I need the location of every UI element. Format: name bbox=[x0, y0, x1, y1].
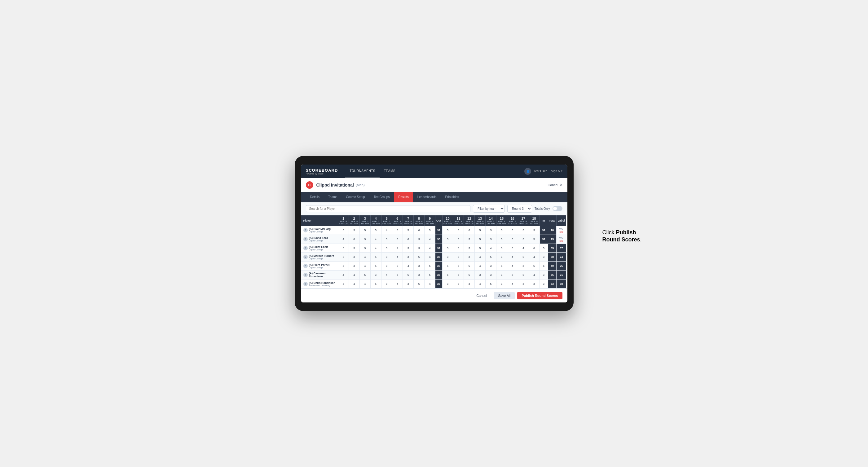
score-input-hole-19[interactable] bbox=[541, 247, 547, 250]
score-hole-17[interactable] bbox=[518, 235, 529, 244]
score-input-hole-12[interactable] bbox=[466, 229, 472, 232]
score-hole-19[interactable] bbox=[539, 253, 548, 261]
score-hole-8[interactable] bbox=[414, 261, 425, 271]
score-hole-2[interactable] bbox=[349, 235, 360, 244]
score-input-hole-5[interactable] bbox=[384, 255, 390, 258]
score-input-hole-3[interactable] bbox=[362, 255, 368, 258]
score-hole-13[interactable] bbox=[475, 244, 486, 253]
score-input-hole-5[interactable] bbox=[384, 282, 390, 285]
score-hole-4[interactable] bbox=[370, 253, 381, 261]
score-hole-16[interactable] bbox=[507, 235, 518, 244]
score-input-hole-16[interactable] bbox=[509, 255, 516, 258]
nav-link-teams[interactable]: TEAMS bbox=[380, 164, 400, 178]
score-input-hole-15[interactable] bbox=[499, 273, 505, 276]
score-hole-9[interactable] bbox=[425, 280, 435, 288]
score-hole-12[interactable] bbox=[464, 261, 475, 271]
score-hole-13[interactable] bbox=[475, 226, 486, 235]
score-hole-5[interactable] bbox=[381, 244, 392, 253]
score-input-hole-17[interactable] bbox=[520, 273, 527, 276]
score-hole-11[interactable] bbox=[453, 280, 464, 288]
score-input-hole-10[interactable] bbox=[444, 273, 451, 276]
score-input-hole-2[interactable] bbox=[351, 273, 357, 276]
score-hole-3[interactable] bbox=[360, 280, 370, 288]
score-hole-16[interactable] bbox=[507, 261, 518, 271]
score-input-hole-16[interactable] bbox=[509, 247, 516, 250]
score-input-hole-11[interactable] bbox=[455, 238, 461, 241]
score-input-hole-14[interactable] bbox=[488, 255, 494, 258]
wd-label[interactable]: WD bbox=[559, 237, 563, 239]
score-input-hole-8[interactable] bbox=[416, 255, 422, 258]
cancel-button[interactable]: Cancel bbox=[472, 292, 491, 299]
score-input-hole-8[interactable] bbox=[416, 229, 422, 232]
score-input-hole-16[interactable] bbox=[509, 229, 516, 232]
score-input-hole-7[interactable] bbox=[405, 264, 411, 268]
score-hole-7[interactable] bbox=[403, 235, 414, 244]
score-input-hole-16[interactable] bbox=[509, 238, 516, 241]
score-input-hole-11[interactable] bbox=[455, 229, 461, 232]
score-input-hole-4[interactable] bbox=[373, 255, 379, 258]
score-input-hole-16[interactable] bbox=[509, 282, 516, 285]
nav-signout[interactable]: Sign out bbox=[551, 169, 562, 173]
score-hole-8[interactable] bbox=[414, 280, 425, 288]
score-hole-6[interactable] bbox=[392, 235, 403, 244]
score-hole-5[interactable] bbox=[381, 280, 392, 288]
score-hole-5[interactable] bbox=[381, 271, 392, 280]
score-hole-1[interactable] bbox=[338, 271, 349, 280]
score-hole-5[interactable] bbox=[381, 226, 392, 235]
score-hole-4[interactable] bbox=[370, 244, 381, 253]
score-hole-6[interactable] bbox=[392, 261, 403, 271]
score-hole-1[interactable] bbox=[338, 253, 349, 261]
score-input-hole-8[interactable] bbox=[416, 273, 422, 276]
score-hole-12[interactable] bbox=[464, 271, 475, 280]
score-hole-6[interactable] bbox=[392, 244, 403, 253]
score-input-hole-18[interactable] bbox=[531, 255, 537, 258]
score-hole-15[interactable] bbox=[496, 244, 507, 253]
score-input-hole-11[interactable] bbox=[455, 273, 461, 276]
score-input-hole-5[interactable] bbox=[384, 229, 390, 232]
score-input-hole-11[interactable] bbox=[455, 247, 461, 250]
score-hole-12[interactable] bbox=[464, 280, 475, 288]
score-hole-19[interactable] bbox=[539, 271, 548, 280]
score-hole-7[interactable] bbox=[403, 261, 414, 271]
score-hole-6[interactable] bbox=[392, 280, 403, 288]
score-input-hole-14[interactable] bbox=[488, 229, 494, 232]
publish-round-scores-button[interactable]: Publish Round Scores bbox=[517, 292, 562, 299]
score-input-hole-7[interactable] bbox=[405, 247, 411, 250]
score-hole-1[interactable] bbox=[338, 226, 349, 235]
dq-label[interactable]: DQ bbox=[559, 240, 563, 242]
score-input-hole-6[interactable] bbox=[394, 229, 400, 232]
score-input-hole-14[interactable] bbox=[488, 247, 494, 250]
score-hole-13[interactable] bbox=[475, 280, 486, 288]
score-hole-2[interactable] bbox=[349, 261, 360, 271]
score-hole-14[interactable] bbox=[486, 271, 496, 280]
score-input-hole-3[interactable] bbox=[362, 282, 368, 285]
score-hole-15[interactable] bbox=[496, 253, 507, 261]
score-hole-7[interactable] bbox=[403, 244, 414, 253]
score-hole-8[interactable] bbox=[414, 253, 425, 261]
score-hole-3[interactable] bbox=[360, 253, 370, 261]
score-hole-7[interactable] bbox=[403, 280, 414, 288]
score-input-hole-10[interactable] bbox=[444, 255, 451, 258]
score-input-hole-9[interactable] bbox=[427, 264, 433, 268]
score-input-hole-6[interactable] bbox=[394, 264, 400, 268]
score-input-hole-19[interactable] bbox=[541, 273, 547, 276]
score-input-hole-15[interactable] bbox=[499, 238, 505, 241]
score-hole-9[interactable] bbox=[425, 226, 435, 235]
tab-results[interactable]: Results bbox=[394, 192, 413, 203]
score-hole-2[interactable] bbox=[349, 271, 360, 280]
score-input-hole-8[interactable] bbox=[416, 247, 422, 250]
score-hole-1[interactable] bbox=[338, 261, 349, 271]
score-hole-9[interactable] bbox=[425, 253, 435, 261]
score-input-hole-15[interactable] bbox=[499, 255, 505, 258]
score-hole-9[interactable] bbox=[425, 244, 435, 253]
score-hole-12[interactable] bbox=[464, 235, 475, 244]
score-hole-14[interactable] bbox=[486, 244, 496, 253]
score-hole-13[interactable] bbox=[475, 235, 486, 244]
score-hole-3[interactable] bbox=[360, 261, 370, 271]
score-input-hole-10[interactable] bbox=[444, 282, 451, 285]
score-hole-6[interactable] bbox=[392, 271, 403, 280]
score-input-hole-1[interactable] bbox=[340, 264, 346, 268]
save-all-button[interactable]: Save All bbox=[494, 292, 515, 299]
score-input-hole-5[interactable] bbox=[384, 273, 390, 276]
score-input-hole-15[interactable] bbox=[499, 247, 505, 250]
